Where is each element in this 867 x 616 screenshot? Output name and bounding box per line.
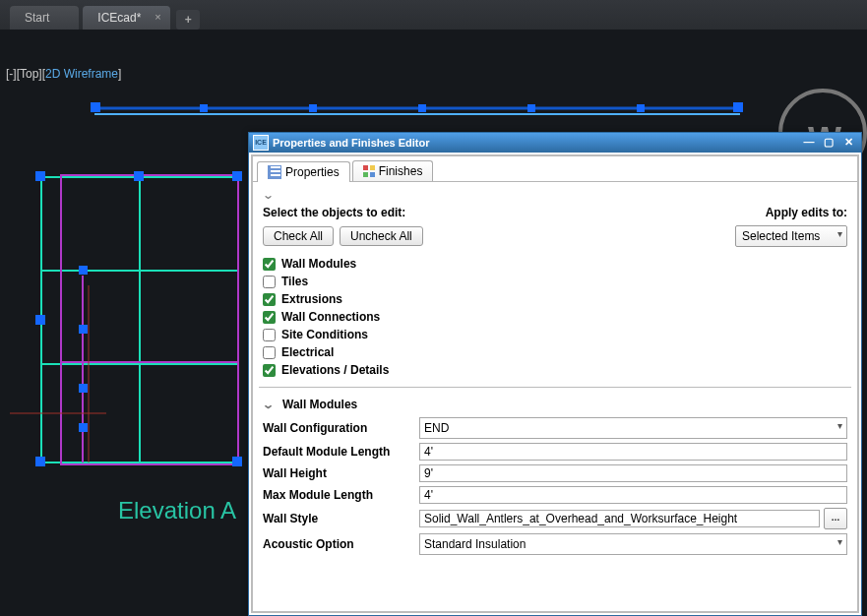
wall-configuration-dropdown[interactable]: END	[419, 417, 847, 439]
minimize-button[interactable]: —	[800, 136, 818, 150]
label-wall-height: Wall Height	[263, 466, 415, 480]
svg-rect-7	[637, 104, 645, 112]
label-max-module-length: Max Module Length	[263, 488, 415, 502]
add-tab-button[interactable]: +	[176, 10, 200, 30]
wall-style-browse-button[interactable]: …	[824, 508, 847, 529]
app-icon: ICE	[253, 135, 269, 151]
uncheck-all-button[interactable]: Uncheck All	[340, 226, 423, 246]
collapse-toggle-top[interactable]: ⌄	[259, 182, 851, 204]
close-button[interactable]: ✕	[839, 136, 857, 150]
acoustic-option-dropdown[interactable]: Standard Insulation	[419, 533, 847, 555]
svg-rect-6	[527, 104, 535, 112]
svg-rect-2	[91, 102, 100, 112]
default-module-length-input[interactable]	[419, 443, 847, 461]
wall-modules-property-grid: Wall Configuration END Default Module Le…	[259, 417, 851, 555]
label-wall-configuration: Wall Configuration	[263, 421, 415, 435]
apply-edits-heading: Apply edits to:	[766, 206, 847, 219]
wall-height-input[interactable]	[419, 464, 847, 482]
document-tab-strip: Start ICEcad* × +	[0, 0, 867, 31]
dialog-tab-strip: Properties Finishes	[253, 156, 857, 182]
maximize-button[interactable]: ▢	[820, 136, 837, 150]
svg-rect-4	[309, 104, 317, 112]
label-acoustic-option: Acoustic Option	[263, 537, 415, 551]
wall-modules-section-header[interactable]: ⌄ Wall Modules	[259, 394, 851, 417]
svg-rect-25	[134, 171, 144, 181]
svg-rect-26	[232, 171, 242, 181]
svg-rect-3	[200, 104, 208, 112]
checkbox-electrical[interactable]: Electrical	[263, 343, 847, 361]
dialog-title: Properties and Finishes Editor	[273, 137, 430, 149]
viewport-label[interactable]: [-][Top][2D Wireframe]	[6, 67, 121, 81]
dialog-titlebar[interactable]: ICE Properties and Finishes Editor — ▢ ✕	[249, 133, 861, 153]
checkbox-extrusions[interactable]: Extrusions	[263, 290, 847, 308]
checkbox-wall-modules[interactable]: Wall Modules	[263, 255, 847, 273]
svg-rect-22	[79, 325, 88, 334]
tab-icecad[interactable]: ICEcad* ×	[83, 6, 170, 30]
chevron-down-icon: ⌄	[262, 188, 275, 202]
tab-label: ICEcad*	[97, 11, 141, 25]
label-default-module-length: Default Module Length	[263, 445, 415, 459]
divider	[259, 387, 851, 388]
svg-rect-18	[35, 171, 45, 181]
tab-finishes[interactable]: Finishes	[352, 160, 434, 181]
checkbox-site-conditions[interactable]: Site Conditions	[263, 326, 847, 343]
close-icon[interactable]: ×	[153, 12, 162, 22]
tab-start[interactable]: Start	[10, 6, 79, 30]
svg-rect-24	[79, 423, 88, 432]
svg-rect-5	[418, 104, 426, 112]
svg-rect-27	[232, 457, 242, 466]
dialog-body: Properties Finishes ⌄ Select the objects…	[251, 154, 859, 613]
wall-style-input[interactable]	[419, 510, 820, 527]
finishes-icon	[363, 165, 375, 177]
svg-rect-21	[79, 266, 88, 275]
svg-rect-23	[79, 384, 88, 393]
checkbox-tiles[interactable]: Tiles	[263, 273, 847, 290]
svg-rect-13	[61, 175, 238, 464]
elevation-label: Elevation A	[118, 497, 236, 524]
max-module-length-input[interactable]	[419, 486, 847, 504]
tab-label: Start	[25, 11, 49, 25]
label-wall-style: Wall Style	[263, 512, 415, 525]
svg-rect-19	[35, 315, 45, 325]
properties-panel: ⌄ Select the objects to edit: Apply edit…	[253, 182, 857, 611]
checkbox-elevations-details[interactable]: Elevations / Details	[263, 361, 847, 379]
properties-icon	[268, 165, 281, 179]
object-type-list: Wall Modules Tiles Extrusions Wall Conne…	[259, 253, 851, 381]
svg-rect-8	[733, 102, 743, 112]
tab-properties[interactable]: Properties	[257, 161, 350, 182]
chevron-down-icon: ⌄	[262, 398, 275, 411]
checkbox-wall-connections[interactable]: Wall Connections	[263, 308, 847, 326]
svg-rect-20	[35, 457, 45, 466]
select-objects-heading: Select the objects to edit:	[263, 206, 405, 219]
apply-edits-dropdown[interactable]: Selected Items	[735, 225, 847, 247]
properties-finishes-dialog: ICE Properties and Finishes Editor — ▢ ✕…	[248, 132, 862, 616]
check-all-button[interactable]: Check All	[263, 226, 334, 246]
